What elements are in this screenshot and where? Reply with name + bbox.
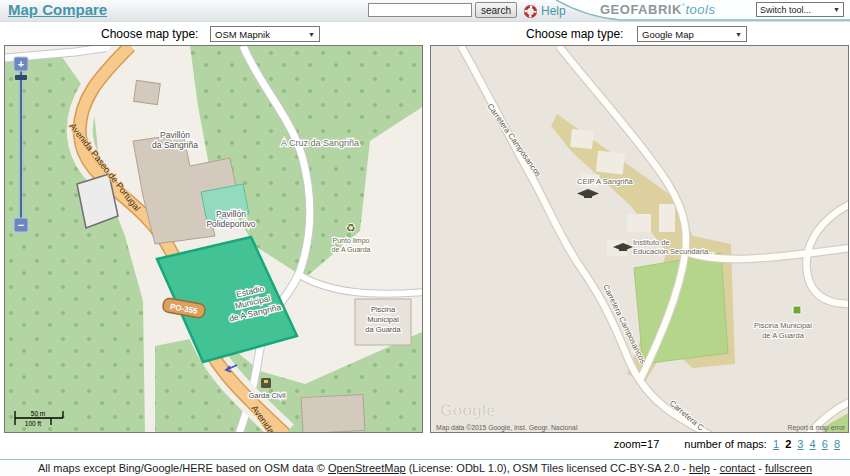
map-attribution: Map data ©2015 Google, Inst. Geogr. Naci…: [436, 424, 578, 432]
chevron-down-icon: ▼: [833, 6, 840, 13]
maps-count-3[interactable]: 3: [797, 438, 803, 450]
google-map-canvas[interactable]: Carretera Camposancos Carretera Camposan…: [431, 46, 849, 433]
search-button[interactable]: search: [475, 2, 517, 18]
polideportivo-label: Pavillón: [216, 209, 246, 219]
zoom-level: zoom=17: [614, 438, 660, 450]
search-input[interactable]: [368, 3, 472, 17]
zoom-out-label: −: [18, 219, 24, 231]
google-logo[interactable]: Google: [440, 402, 495, 419]
piscina-google-label: de A Guarda: [762, 331, 805, 340]
osm-map-panel[interactable]: PO-355 Pavillón da Sangriña A Cruz da Sa…: [4, 45, 423, 433]
footer-text: All maps except Bing/Google/HERE based o…: [38, 462, 328, 474]
footer-separator: -: [710, 462, 720, 474]
osm-map-canvas[interactable]: PO-355 Pavillón da Sangriña A Cruz da Sa…: [5, 46, 423, 433]
punto-limpo-label: Punto limpo: [333, 237, 370, 245]
map-type-row: Choose map type: OSM Mapnik ▼ Choose map…: [0, 23, 850, 45]
status-bar: zoom=17 number of maps: 1 2 3 4 6 8: [0, 438, 844, 458]
garda-civil-label: Garda Civil: [248, 391, 285, 400]
footer: All maps except Bing/Google/HERE based o…: [0, 459, 850, 476]
scale-imperial-label: 100 ft: [25, 420, 41, 427]
pavillon-sangrina-label: da Sangriña: [152, 140, 198, 150]
zoom-in-label: +: [18, 58, 24, 70]
maps-count-4[interactable]: 4: [810, 438, 816, 450]
zoom-slider-handle[interactable]: [15, 75, 27, 80]
brand-logo: GEOFABRIK°tools: [600, 2, 715, 17]
number-of-maps-label: number of maps:: [684, 438, 767, 450]
chevron-down-icon: ▼: [308, 31, 315, 38]
map-type-select-right[interactable]: Google Map ▼: [637, 26, 747, 42]
brand-name: GEOFABRIK: [600, 2, 682, 17]
punto-limpo-label: de A Guarda: [332, 246, 371, 253]
brand-suffix: tools: [686, 2, 716, 17]
instituto-label: Instituto de: [633, 238, 670, 247]
maps-count-6[interactable]: 6: [822, 438, 828, 450]
map-type-left-value: OSM Mapnik: [215, 29, 270, 40]
footer-text: (License: ODbL 1.0), OSM Tiles licensed …: [406, 462, 689, 474]
pavillon-sangrina-label: Pavillón: [160, 130, 190, 140]
maps-count-8[interactable]: 8: [834, 438, 840, 450]
footer-contact-link[interactable]: contact: [720, 462, 755, 474]
map-compare-app: Map Compare search Help GEOFABRIK°tools …: [0, 0, 850, 476]
police-icon: [261, 378, 271, 388]
lifebuoy-help-icon: [524, 5, 537, 18]
switch-tool-select[interactable]: Switch tool... ▼: [756, 2, 844, 17]
polideportivo-label: Polideportivo: [206, 219, 255, 229]
piscina-label: da Guarda: [365, 325, 401, 334]
piscina-label: Municipal: [367, 315, 399, 324]
google-map-panel[interactable]: Carretera Camposancos Carretera Camposan…: [430, 45, 849, 433]
left-chooser-label: Choose map type:: [101, 27, 198, 41]
scale-metric-label: 50 m: [31, 410, 45, 417]
piscina-google-label: Piscina Municipal: [754, 321, 812, 330]
page-title[interactable]: Map Compare: [8, 1, 107, 18]
chevron-down-icon: ▼: [735, 31, 742, 38]
header-bar: Map Compare search Help GEOFABRIK°tools …: [0, 0, 850, 22]
report-map-error-link[interactable]: Report a map error: [788, 424, 846, 432]
recycling-icon: ♻: [346, 222, 356, 234]
instituto-label: Educación Secundaria...: [633, 247, 714, 256]
zoom-out-button[interactable]: −: [14, 218, 28, 232]
footer-fullscreen-link[interactable]: fullscreen: [765, 462, 812, 474]
cruz-label: A Cruz da Sangriña: [281, 138, 359, 148]
ceip-label: CEIP A Sangriña: [577, 177, 634, 186]
switch-tool-label: Switch tool...: [760, 5, 811, 15]
openstreetmap-link[interactable]: OpenStreetMap: [328, 462, 406, 474]
footer-help-link[interactable]: help: [689, 462, 710, 474]
maps-count-2-current: 2: [785, 438, 791, 450]
right-chooser-label: Choose map type:: [526, 27, 623, 41]
footer-separator: -: [755, 462, 765, 474]
map-type-select-left[interactable]: OSM Mapnik ▼: [210, 26, 320, 42]
piscina-label: Piscina: [371, 305, 396, 314]
map-type-right-value: Google Map: [642, 29, 694, 40]
maps-count-1[interactable]: 1: [773, 438, 779, 450]
zoom-in-button[interactable]: +: [14, 57, 28, 71]
pool-poi-icon: [793, 306, 801, 314]
